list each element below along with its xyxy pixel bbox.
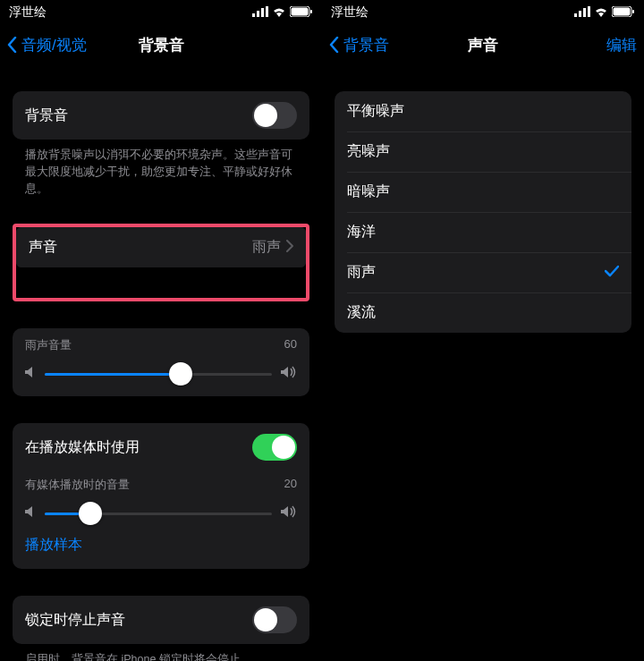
sound-option[interactable]: 海洋 [335, 212, 631, 252]
edit-button[interactable]: 编辑 [606, 35, 637, 55]
status-bar: 浮世绘 [0, 0, 322, 25]
right-screen: 浮世绘 背景音 声音 编辑 平衡噪声亮噪声暗噪声海洋雨声溪流 [322, 0, 644, 661]
svg-rect-12 [614, 8, 631, 16]
back-button[interactable]: 背景音 [329, 35, 389, 55]
chevron-left-icon [329, 36, 340, 54]
rain-volume-slider[interactable] [45, 373, 272, 376]
media-volume-slider[interactable] [45, 513, 272, 515]
media-toggle-row[interactable]: 在播放媒体时使用 [13, 423, 309, 471]
media-use-group: 在播放媒体时使用 有媒体播放时的音量 20 [13, 423, 309, 569]
back-button[interactable]: 音频/视觉 [7, 35, 87, 55]
lock-stop-row[interactable]: 锁定时停止声音 [13, 596, 309, 644]
carrier-label: 浮世绘 [331, 4, 369, 21]
svg-rect-3 [266, 6, 268, 17]
svg-rect-7 [574, 13, 577, 17]
svg-rect-9 [583, 8, 586, 17]
svg-rect-0 [252, 13, 255, 17]
background-sound-label: 背景音 [25, 106, 68, 125]
sound-option[interactable]: 雨声 [335, 252, 631, 292]
volume-high-icon [281, 366, 297, 382]
battery-icon [290, 5, 313, 20]
status-bar: 浮世绘 [322, 0, 644, 25]
sound-value: 雨声 [252, 238, 281, 257]
background-sound-toggle-group: 背景音 [13, 91, 309, 140]
svg-rect-5 [292, 8, 309, 16]
wifi-icon [594, 5, 608, 20]
signal-icon [574, 5, 590, 20]
svg-rect-13 [632, 10, 634, 13]
sound-option-label: 平衡噪声 [347, 102, 404, 121]
wifi-icon [272, 5, 286, 20]
sound-option-label: 暗噪声 [347, 182, 390, 201]
svg-rect-10 [588, 6, 590, 17]
nav-bar: 音频/视觉 背景音 [0, 25, 322, 64]
sound-row[interactable]: 声音 雨声 [16, 227, 306, 267]
sound-option[interactable]: 溪流 [335, 292, 631, 333]
checkmark-icon [605, 263, 619, 282]
carrier-label: 浮世绘 [9, 4, 47, 21]
battery-icon [612, 5, 635, 20]
volume-low-icon [25, 366, 36, 382]
svg-rect-8 [579, 11, 581, 17]
page-title: 声音 [468, 35, 498, 55]
lock-stop-group: 锁定时停止声音 [13, 596, 309, 644]
lock-stop-toggle[interactable] [252, 606, 297, 633]
background-sound-toggle-row[interactable]: 背景音 [13, 91, 309, 140]
sound-option-label: 雨声 [347, 263, 376, 282]
svg-rect-6 [310, 10, 312, 13]
rain-volume-value: 60 [284, 337, 297, 353]
media-volume-label: 有媒体播放时的音量 [25, 477, 130, 493]
sound-option-label: 溪流 [347, 303, 376, 322]
rain-volume-label: 雨声音量 [25, 337, 72, 353]
volume-high-icon [281, 505, 297, 521]
sound-option[interactable]: 暗噪声 [335, 172, 631, 212]
back-label: 音频/视觉 [21, 35, 87, 55]
media-toggle[interactable] [252, 434, 297, 461]
lock-stop-label: 锁定时停止声音 [25, 611, 125, 630]
background-sound-toggle[interactable] [252, 102, 297, 129]
rain-volume-group: 雨声音量 60 [13, 328, 309, 396]
nav-bar: 背景音 声音 编辑 [322, 25, 644, 64]
sound-option-label: 亮噪声 [347, 142, 390, 161]
volume-low-icon [25, 505, 36, 521]
background-sound-note: 播放背景噪声以消弭不必要的环境杂声。这些声音可最大限度地减少干扰，助您更加专注、… [13, 140, 309, 197]
sound-label: 声音 [29, 238, 57, 257]
sound-option-label: 海洋 [347, 223, 376, 242]
page-title: 背景音 [139, 35, 184, 55]
chevron-right-icon [286, 240, 293, 256]
sound-row-highlight: 声音 雨声 [13, 224, 309, 301]
media-volume-value: 20 [284, 477, 297, 493]
sound-option[interactable]: 亮噪声 [335, 131, 631, 172]
chevron-left-icon [7, 36, 18, 54]
media-toggle-label: 在播放媒体时使用 [25, 438, 140, 457]
sound-options-list: 平衡噪声亮噪声暗噪声海洋雨声溪流 [335, 91, 631, 333]
svg-rect-1 [257, 11, 259, 17]
svg-rect-2 [261, 8, 264, 17]
left-screen: 浮世绘 音频/视觉 背景音 背景音 播放背景噪声以消弭不必要的环境杂声。这些声音 [0, 0, 322, 661]
play-sample-link[interactable]: 播放样本 [25, 521, 297, 555]
signal-icon [252, 5, 268, 20]
lock-stop-note: 启用时，背景音在 iPhone 锁定时将会停止。 [13, 644, 309, 661]
sound-option[interactable]: 平衡噪声 [335, 91, 631, 131]
back-label: 背景音 [343, 35, 389, 55]
